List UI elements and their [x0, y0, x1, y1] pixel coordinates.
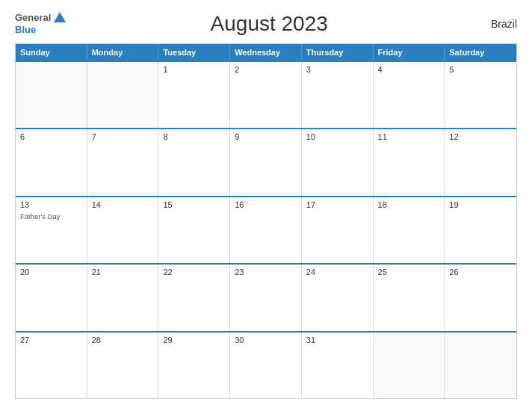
cell-w5-sat [445, 333, 516, 398]
cell-w4-mon: 21 [87, 265, 159, 330]
cell-w5-wed: 30 [230, 333, 302, 398]
cell-w4-sun: 20 [16, 265, 87, 330]
week-3: 13 Father's Day 14 15 16 17 18 19 [16, 196, 516, 263]
header-monday: Monday [87, 44, 159, 61]
cell-w5-tue: 29 [158, 333, 230, 398]
cell-w2-sun: 6 [16, 129, 87, 195]
week-4: 20 21 22 23 24 25 26 [16, 263, 516, 330]
week-5: 27 28 29 30 31 [16, 331, 516, 398]
cell-w4-wed: 23 [230, 265, 302, 330]
country-label: Brazil [472, 18, 517, 30]
cell-w4-sat: 26 [445, 265, 516, 330]
cell-w5-sun: 27 [16, 333, 87, 398]
cell-w5-thu: 31 [302, 333, 374, 398]
header-friday: Friday [374, 44, 445, 61]
cell-w1-wed: 2 [230, 62, 302, 128]
cell-w2-wed: 9 [230, 129, 302, 195]
cell-w3-sat: 19 [445, 197, 516, 263]
cell-w3-fri: 18 [374, 197, 445, 263]
cell-w3-sun: 13 Father's Day [16, 197, 87, 263]
page-title: August 2023 [66, 12, 472, 36]
cell-w3-thu: 17 [302, 197, 374, 263]
cell-w5-fri [374, 333, 445, 398]
cell-w3-mon: 14 [87, 197, 159, 263]
logo-general-text: General [15, 12, 51, 24]
logo: General Blue [15, 12, 66, 36]
header-thursday: Thursday [302, 44, 374, 61]
cell-w1-sun [16, 62, 87, 128]
header-wednesday: Wednesday [230, 44, 302, 61]
cell-w4-fri: 25 [374, 265, 445, 330]
cell-w5-mon: 28 [87, 333, 159, 398]
cell-w2-thu: 10 [302, 129, 374, 195]
cell-w1-sat: 5 [445, 62, 516, 128]
calendar-grid: Sunday Monday Tuesday Wednesday Thursday… [15, 43, 517, 399]
cell-w1-tue: 1 [158, 62, 230, 128]
header-saturday: Saturday [445, 44, 516, 61]
cell-w2-fri: 11 [374, 129, 445, 195]
calendar-page: General Blue August 2023 Brazil Sunday M… [0, 0, 532, 411]
cell-w3-tue: 15 [158, 197, 230, 263]
header-tuesday: Tuesday [158, 44, 230, 61]
cell-w3-wed: 16 [230, 197, 302, 263]
cell-w1-mon [87, 62, 159, 128]
cell-w4-thu: 24 [302, 265, 374, 330]
header-sunday: Sunday [16, 44, 87, 61]
week-1: 1 2 3 4 5 [16, 61, 516, 128]
logo-blue-text: Blue [15, 24, 66, 36]
logo-triangle-icon [54, 12, 66, 22]
cell-w1-thu: 3 [302, 62, 374, 128]
cell-w2-mon: 7 [87, 129, 159, 195]
page-header: General Blue August 2023 Brazil [15, 12, 517, 36]
cell-w1-fri: 4 [374, 62, 445, 128]
calendar-body: 1 2 3 4 5 6 7 8 9 10 11 12 13 Father's D… [16, 61, 516, 398]
week-2: 6 7 8 9 10 11 12 [16, 128, 516, 195]
cell-w2-tue: 8 [158, 129, 230, 195]
calendar-header: Sunday Monday Tuesday Wednesday Thursday… [16, 44, 516, 61]
cell-w2-sat: 12 [445, 129, 516, 195]
cell-w4-tue: 22 [158, 265, 230, 330]
